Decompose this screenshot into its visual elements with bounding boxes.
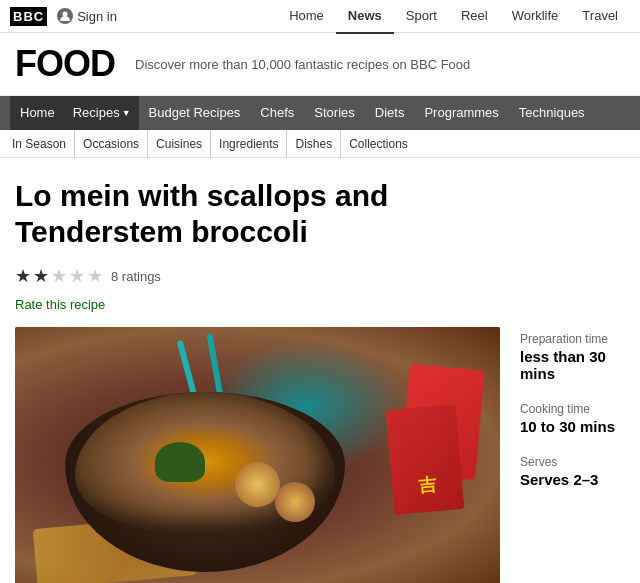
- food-title[interactable]: FOOD: [15, 43, 115, 85]
- nav-travel[interactable]: Travel: [570, 0, 630, 34]
- sec-nav-programmes[interactable]: Programmes: [414, 96, 508, 130]
- star-3[interactable]: ★: [51, 265, 67, 287]
- rate-this-recipe-link[interactable]: Rate this recipe: [15, 297, 625, 312]
- tert-nav-dishes[interactable]: Dishes: [287, 130, 341, 158]
- nav-worklife[interactable]: Worklife: [500, 0, 571, 34]
- red-envelope-2: 吉: [386, 404, 465, 515]
- star-4[interactable]: ★: [69, 265, 85, 287]
- star-5[interactable]: ★: [87, 265, 103, 287]
- recipe-main-content: 吉儀 吉 Preparation time less than 30 mins …: [15, 327, 625, 583]
- nav-reel[interactable]: Reel: [449, 0, 500, 34]
- tert-nav-ingredients[interactable]: Ingredients: [211, 130, 287, 158]
- tert-nav-cuisines[interactable]: Cuisines: [148, 130, 211, 158]
- top-navigation: BBC Sign in Home News Sport Reel Worklif…: [0, 0, 640, 33]
- envelope-text-2: 吉: [413, 458, 437, 460]
- cook-time-value: 10 to 30 mins: [520, 418, 625, 435]
- sec-nav-chefs[interactable]: Chefs: [250, 96, 304, 130]
- sign-in-label: Sign in: [77, 9, 117, 24]
- sec-nav-stories[interactable]: Stories: [304, 96, 364, 130]
- recipes-label: Recipes: [73, 96, 120, 130]
- nav-sport[interactable]: Sport: [394, 0, 449, 34]
- bbc-logo[interactable]: BBC: [10, 7, 47, 26]
- tert-nav-collections[interactable]: Collections: [341, 130, 416, 158]
- content-area: Lo mein with scallops and Tenderstem bro…: [0, 158, 640, 583]
- recipe-title: Lo mein with scallops and Tenderstem bro…: [15, 178, 495, 250]
- rating-row: ★ ★ ★ ★ ★ 8 ratings: [15, 265, 625, 287]
- serves-item: Serves Serves 2–3: [520, 455, 625, 488]
- scallop-2: [275, 482, 315, 522]
- serves-label: Serves: [520, 455, 625, 469]
- top-nav-links: Home News Sport Reel Worklife Travel: [277, 0, 630, 34]
- sec-nav-techniques[interactable]: Techniques: [509, 96, 595, 130]
- sec-nav-recipes-dropdown[interactable]: Recipes ▼: [65, 96, 139, 130]
- food-header: FOOD Discover more than 10,000 fantastic…: [0, 33, 640, 96]
- sec-nav-home[interactable]: Home: [10, 96, 65, 130]
- recipe-image: 吉儀 吉: [15, 327, 500, 583]
- nav-home[interactable]: Home: [277, 0, 336, 34]
- secondary-navigation: Home Recipes ▼ Budget Recipes Chefs Stor…: [0, 96, 640, 130]
- scallop-1: [235, 462, 280, 507]
- prep-time-value: less than 30 mins: [520, 348, 625, 382]
- sign-in-button[interactable]: Sign in: [57, 8, 117, 24]
- cook-time-label: Cooking time: [520, 402, 625, 416]
- broccoli-decoration: [155, 442, 205, 482]
- sec-nav-budget-recipes[interactable]: Budget Recipes: [139, 96, 251, 130]
- tertiary-navigation: In Season Occasions Cuisines Ingredients…: [0, 130, 640, 158]
- cook-time-item: Cooking time 10 to 30 mins: [520, 402, 625, 435]
- recipe-info-sidebar: Preparation time less than 30 mins Cooki…: [520, 327, 625, 583]
- chevron-down-icon: ▼: [122, 96, 131, 130]
- tert-nav-occasions[interactable]: Occasions: [75, 130, 148, 158]
- svg-point-0: [63, 12, 68, 17]
- bbc-logo-text: BBC: [10, 7, 47, 26]
- star-rating[interactable]: ★ ★ ★ ★ ★: [15, 265, 103, 287]
- tert-nav-in-season[interactable]: In Season: [10, 130, 75, 158]
- prep-time-item: Preparation time less than 30 mins: [520, 332, 625, 382]
- food-tagline: Discover more than 10,000 fantastic reci…: [135, 57, 470, 72]
- sec-nav-diets[interactable]: Diets: [365, 96, 415, 130]
- recipe-image-container: 吉儀 吉: [15, 327, 500, 583]
- user-icon: [57, 8, 73, 24]
- star-2[interactable]: ★: [33, 265, 49, 287]
- star-1[interactable]: ★: [15, 265, 31, 287]
- rating-count: 8 ratings: [111, 269, 161, 284]
- prep-time-label: Preparation time: [520, 332, 625, 346]
- nav-news[interactable]: News: [336, 0, 394, 34]
- serves-value: Serves 2–3: [520, 471, 625, 488]
